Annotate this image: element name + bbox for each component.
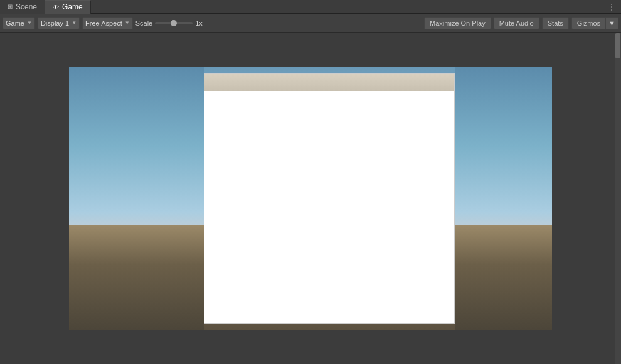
gizmos-dropdown-arrow: ▼ [608,19,615,27]
aspect-dropdown-label: Free Aspect [85,19,122,27]
gizmos-label: Gizmos [577,19,600,27]
ui-panel-header [204,74,454,91]
scene-tab-icon: ⊞ [8,3,13,10]
tab-game-label: Game [62,3,83,11]
scale-slider[interactable] [155,22,193,24]
maximize-on-play-button[interactable]: Maximize On Play [424,17,491,29]
more-icon: ⋮ [607,2,616,12]
scrollbar-thumb [615,33,620,58]
ui-panel [204,73,455,324]
game-tab-icon: 👁 [53,4,59,11]
tab-game[interactable]: 👁 Game [45,0,91,14]
scene-right-border [455,67,552,330]
game-dropdown[interactable]: Game ▼ [3,17,35,29]
mute-label: Mute Audio [499,19,534,27]
game-dropdown-label: Game [6,19,24,27]
game-canvas [69,67,552,330]
right-scrollbar[interactable] [615,33,621,364]
scale-value: 1x [195,19,203,27]
gizmos-group: Gizmos ▼ [571,17,618,29]
tab-scene-label: Scene [16,3,37,11]
tab-scene[interactable]: ⊞ Scene [0,0,45,14]
tab-more-button[interactable]: ⋮ [602,2,621,12]
display-dropdown[interactable]: Display 1 ▼ [38,17,80,29]
aspect-dropdown-arrow: ▼ [125,20,130,26]
stats-button[interactable]: Stats [542,17,569,29]
scale-slider-thumb [171,20,177,26]
scale-label: Scale [135,19,153,27]
gizmos-button[interactable]: Gizmos [571,17,606,29]
display-dropdown-label: Display 1 [41,19,69,27]
aspect-dropdown[interactable]: Free Aspect ▼ [82,17,133,29]
toolbar: Game ▼ Display 1 ▼ Free Aspect ▼ Scale 1… [0,14,621,33]
ui-panel-body [204,91,454,323]
display-dropdown-arrow: ▼ [72,20,77,26]
game-dropdown-arrow: ▼ [27,20,32,26]
stats-label: Stats [548,19,563,27]
scene-left-border [69,67,204,330]
maximize-label: Maximize On Play [430,19,486,27]
game-viewport [0,33,621,364]
scale-group: Scale 1x [135,19,203,27]
mute-audio-button[interactable]: Mute Audio [494,17,539,29]
tab-bar: ⊞ Scene 👁 Game ⋮ [0,0,621,14]
gizmos-dropdown-button[interactable]: ▼ [606,17,618,29]
